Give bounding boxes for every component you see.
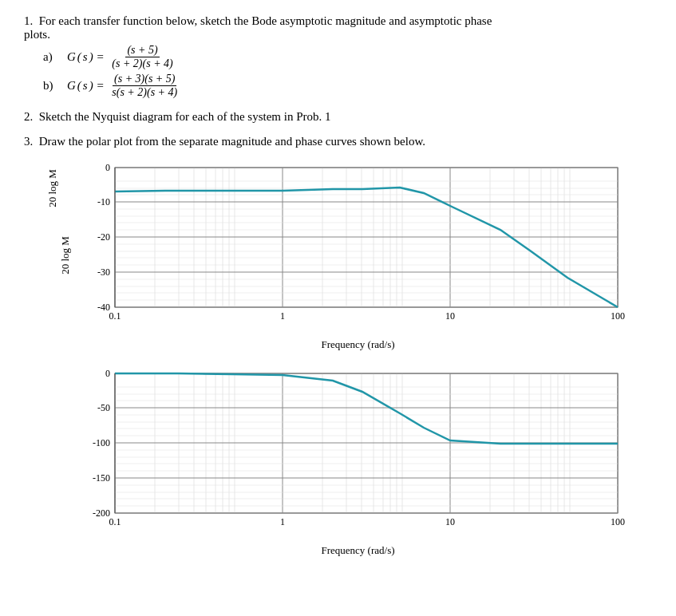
chart2-x-label: Frequency (rad/s) [75,544,642,557]
svg-text:-10: -10 [97,196,110,207]
chart1-y-label: 20 log M [58,236,71,274]
svg-text:1: 1 [280,310,285,322]
problem-1a: a) G(s) = (s + 5) (s + 2)(s + 4) [43,44,652,70]
problem-2: 2. Sketch the Nyquist diagram for each o… [24,110,652,124]
problem-1b: b) G(s) = (s + 3)(s + 5) s(s + 2)(s + 4) [43,73,652,99]
chart1-svg: 0 -10 -20 -30 -40 0.1 1 10 100 [75,160,634,335]
part-b-denominator: s(s + 2)(s + 4) [110,86,179,99]
problem-3-text: 3. Draw the polar plot from the separate… [24,135,425,148]
problem-2-text: 2. Sketch the Nyquist diagram for each o… [24,110,331,123]
chart-container-1: 20 log M [35,160,642,351]
part-a-equation: G(s) = (s + 5) (s + 2)(s + 4) [67,44,176,70]
chart1-ylabel-abs: 20 log M [46,169,59,207]
chart2-svg: 0 -50 -100 -150 -200 0.1 1 10 100 [75,365,634,541]
part-b-numerator: (s + 3)(s + 5) [113,73,176,86]
svg-text:-100: -100 [93,437,110,448]
svg-text:-200: -200 [93,507,110,519]
part-a-label: a) [43,50,67,64]
svg-text:0: 0 [105,368,110,379]
part-b-label: b) [43,79,67,93]
problem-3: 3. Draw the polar plot from the separate… [24,135,652,148]
svg-text:100: 100 [611,310,625,322]
chart-wrapper-1: 20 log M [35,160,642,351]
svg-text:-30: -30 [97,267,110,278]
problem-1: 1. For each transfer function below, ske… [24,14,652,99]
svg-text:0.1: 0.1 [109,310,121,322]
chart-container-2: 0 -50 -100 -150 -200 0.1 1 10 100 Freque… [35,365,642,557]
svg-text:10: 10 [445,516,455,527]
svg-text:1: 1 [280,516,285,527]
svg-text:10: 10 [445,310,455,322]
svg-text:-20: -20 [97,231,110,243]
part-b-equation: G(s) = (s + 3)(s + 5) s(s + 2)(s + 4) [67,73,180,99]
part-a-numerator: (s + 5) [125,44,159,57]
svg-text:-50: -50 [97,402,110,413]
problem-1-text-cont: plots. [24,28,50,41]
chart-wrapper-2: 0 -50 -100 -150 -200 0.1 1 10 100 Freque… [35,365,642,557]
svg-text:0: 0 [105,162,110,173]
svg-text:100: 100 [611,516,625,527]
problem-1-text: 1. For each transfer function below, ske… [24,14,492,27]
part-a-denominator: (s + 2)(s + 4) [110,57,174,70]
svg-text:-150: -150 [93,472,110,484]
svg-text:0.1: 0.1 [109,516,121,527]
chart1-x-label: Frequency (rad/s) [75,338,642,351]
